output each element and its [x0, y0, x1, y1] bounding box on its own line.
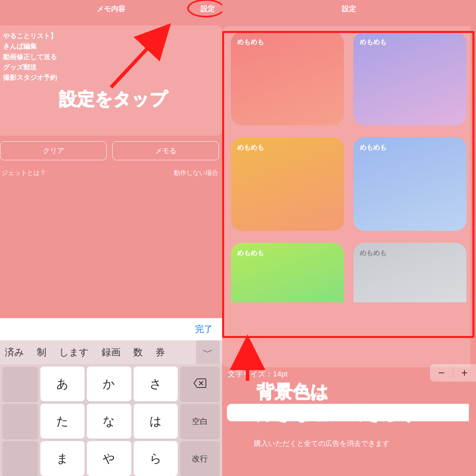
swatch-label: めもめも	[237, 144, 264, 151]
suggestion[interactable]: 済み	[2, 346, 27, 359]
memo-header: メモ内容 設定	[0, 0, 222, 17]
key-ta[interactable]: た	[40, 404, 84, 439]
clear-button[interactable]: クリア	[0, 141, 107, 160]
annotation-arrow-icon	[103, 20, 182, 93]
keyboard-accessory-bar: 完了	[0, 318, 222, 340]
memo-screen: メモ内容 設定 やることリスト】 きんぱ編集 動画修正して送る グッズ郵送 撮影…	[0, 0, 222, 476]
font-size-minus-button[interactable]: −	[430, 364, 453, 382]
color-swatch-grey[interactable]: めもめも	[353, 243, 466, 302]
keyboard-done-button[interactable]: 完了	[195, 323, 213, 335]
memo-title: メモ内容	[97, 4, 125, 13]
annotation-ellipse	[187, 0, 225, 17]
key-ya[interactable]: や	[87, 441, 131, 476]
settings-title: 設定	[342, 4, 356, 13]
key-sa[interactable]: さ	[134, 367, 178, 401]
swatch-label: めもめも	[237, 249, 264, 257]
suggestion[interactable]: します	[57, 346, 91, 359]
key-ra[interactable]: ら	[134, 441, 178, 476]
key-ma[interactable]: ま	[40, 441, 84, 476]
annotation-bg-color: 背景色は 好きな色にできます	[257, 381, 420, 423]
suggestion[interactable]: 録画	[99, 346, 123, 359]
svg-line-0	[111, 26, 169, 87]
keyboard-suggestion-row: 済み 制 します 録画 数 券 ﹀	[0, 340, 222, 364]
font-size-stepper: − +	[430, 364, 476, 382]
troubleshoot-link[interactable]: 動作しない場合	[174, 169, 218, 177]
annotation-line: 好きな色にできます	[257, 402, 420, 424]
background-color-grid: めもめも めもめも めもめも めもめも めもめも めもめも	[231, 32, 466, 302]
keyboard-grid: あ か さ た な は 空白 ま や ら 改行	[0, 364, 222, 476]
key-space[interactable]: 空白	[180, 404, 220, 439]
chevron-down-icon[interactable]: ﹀	[196, 340, 220, 364]
key-return[interactable]: 改行	[180, 441, 220, 476]
key-a[interactable]: あ	[40, 367, 84, 401]
key-ha[interactable]: は	[134, 404, 178, 439]
font-size-plus-button[interactable]: +	[453, 364, 476, 382]
color-swatch-orange[interactable]: めもめも	[231, 137, 344, 231]
swatch-label: めもめも	[360, 249, 387, 257]
color-swatch-red[interactable]: めもめも	[231, 32, 344, 125]
key-blank[interactable]	[2, 441, 38, 476]
annotation-line: 背景色は	[257, 381, 420, 402]
annotation-arrow-icon	[232, 333, 263, 386]
suggestion[interactable]: 制	[35, 346, 49, 359]
memo-button[interactable]: メモる	[112, 141, 219, 160]
color-swatch-blue[interactable]: めもめも	[353, 137, 466, 231]
settings-header: 設定	[222, 0, 476, 17]
swatch-label: めもめも	[360, 38, 387, 46]
purchase-note: 購入いただくと全ての広告を消去できます	[254, 439, 390, 448]
hint-row: ジェットとは？ 動作しない場合	[2, 169, 218, 177]
swatch-label: めもめも	[237, 38, 264, 46]
color-swatch-green[interactable]: めもめも	[231, 243, 344, 302]
widget-help-link[interactable]: ジェットとは？	[2, 169, 46, 177]
key-delete[interactable]	[180, 367, 220, 401]
suggestion[interactable]: 数	[131, 346, 145, 359]
key-ka[interactable]: か	[87, 367, 131, 401]
key-blank[interactable]	[2, 404, 38, 439]
button-row: クリア メモる	[0, 141, 219, 160]
keyboard: 完了 済み 制 します 録画 数 券 ﹀ あ か さ た な は 空白	[0, 318, 222, 476]
key-na[interactable]: な	[87, 404, 131, 439]
swatch-label: めもめも	[360, 144, 387, 151]
suggestion[interactable]: 券	[153, 346, 167, 359]
delete-icon	[193, 378, 207, 390]
color-swatch-purple[interactable]: めもめも	[353, 32, 466, 125]
key-blank[interactable]	[2, 367, 38, 401]
settings-panel: めもめも めもめも めもめも めもめも めもめも めもめも	[222, 26, 470, 367]
